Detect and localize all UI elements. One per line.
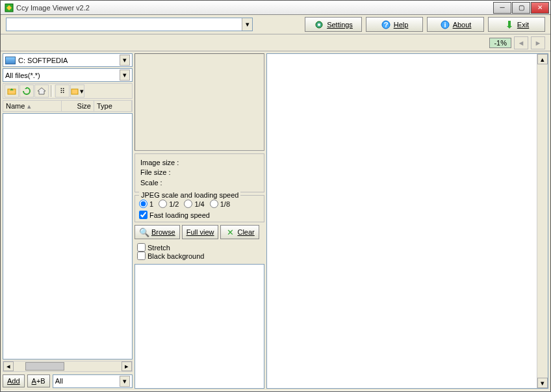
svg-rect-9 bbox=[71, 89, 78, 94]
thumbnail-area bbox=[135, 264, 264, 389]
chevron-down-icon: ▾ bbox=[242, 18, 252, 31]
view-mode-button[interactable]: ⠿ bbox=[55, 85, 70, 98]
search-icon: 🔍 bbox=[139, 227, 149, 237]
separator bbox=[51, 85, 53, 97]
scroll-right-icon[interactable]: ▸ bbox=[122, 361, 132, 371]
folder-options-button[interactable]: ▾ bbox=[70, 85, 84, 98]
folder-toolbar: ⠿ ▾ bbox=[3, 83, 133, 99]
scale-12-radio[interactable]: 1/2 bbox=[159, 200, 179, 208]
all-combo[interactable]: All ▾ bbox=[53, 374, 133, 388]
window-title: Ccy Image Viewer v2.2 bbox=[16, 4, 493, 12]
jpeg-legend: JPEG scale and loading speed bbox=[139, 191, 240, 199]
fast-loading-check[interactable]: Fast loading speed bbox=[139, 211, 260, 219]
help-button[interactable]: ? Help bbox=[366, 17, 423, 32]
filter-combo[interactable]: All files(*.*) ▾ bbox=[3, 68, 133, 82]
browse-button[interactable]: 🔍Browse bbox=[135, 225, 180, 239]
add-button[interactable]: Add bbox=[3, 374, 25, 387]
drive-icon bbox=[5, 57, 16, 64]
scroll-down-icon[interactable]: ▾ bbox=[537, 378, 548, 388]
chevron-down-icon: ▾ bbox=[120, 376, 130, 387]
vertical-scrollbar[interactable]: ▴ ▾ bbox=[537, 54, 548, 388]
column-type[interactable]: Type bbox=[94, 101, 132, 111]
next-button[interactable]: ► bbox=[531, 36, 545, 49]
close-button[interactable]: ✕ bbox=[531, 2, 549, 14]
path-combo[interactable]: ▾ bbox=[6, 18, 253, 31]
clear-icon: ✕ bbox=[225, 227, 235, 237]
titlebar: Ccy Image Viewer v2.2 ─ ▢ ✕ bbox=[1, 1, 550, 15]
blackbg-check[interactable]: Black background bbox=[137, 252, 262, 260]
up-folder-button[interactable] bbox=[5, 85, 19, 98]
image-size-label: Image size : bbox=[140, 158, 259, 168]
scroll-up-icon[interactable]: ▴ bbox=[537, 54, 548, 64]
home-button[interactable] bbox=[34, 85, 49, 98]
svg-point-2 bbox=[318, 23, 320, 26]
about-button[interactable]: i About bbox=[427, 17, 484, 32]
file-list-header: Name▴ Size Type bbox=[3, 100, 133, 112]
exit-button[interactable]: Exit bbox=[488, 17, 545, 32]
scroll-thumb[interactable] bbox=[25, 362, 64, 371]
chevron-down-icon: ▾ bbox=[120, 70, 130, 81]
drive-combo[interactable]: C: SOFTPEDIA ▾ bbox=[3, 53, 133, 67]
scale-label: Scale : bbox=[140, 178, 259, 188]
gear-icon bbox=[314, 20, 324, 30]
column-size[interactable]: Size bbox=[62, 101, 94, 111]
help-icon: ? bbox=[381, 20, 391, 30]
preview-panel: Image size : File size : Scale : JPEG sc… bbox=[135, 53, 264, 389]
refresh-button[interactable] bbox=[19, 85, 34, 98]
preview-area bbox=[135, 53, 264, 151]
scale-14-radio[interactable]: 1/4 bbox=[184, 200, 204, 208]
stretch-check[interactable]: Stretch bbox=[137, 243, 262, 252]
scroll-left-icon[interactable]: ◂ bbox=[3, 361, 14, 371]
svg-text:?: ? bbox=[383, 21, 388, 29]
minimize-button[interactable]: ─ bbox=[493, 2, 511, 14]
maximize-button[interactable]: ▢ bbox=[512, 2, 530, 14]
bottom-bar: Add A+B All ▾ bbox=[3, 373, 133, 389]
column-name[interactable]: Name▴ bbox=[3, 101, 62, 111]
file-size-label: File size : bbox=[140, 168, 259, 177]
chevron-down-icon: ▾ bbox=[120, 55, 130, 66]
ab-button[interactable]: A+B bbox=[27, 374, 50, 387]
scale-1-radio[interactable]: 1 bbox=[139, 200, 153, 208]
prev-button[interactable]: ◄ bbox=[514, 36, 528, 49]
svg-text:i: i bbox=[444, 21, 446, 29]
fullview-button[interactable]: Full view bbox=[182, 225, 219, 239]
jpeg-group: JPEG scale and loading speed 1 1/2 1/4 1… bbox=[135, 195, 264, 222]
file-list[interactable] bbox=[3, 113, 133, 359]
info-box: Image size : File size : Scale : bbox=[135, 153, 264, 192]
nav-toolbar: -1% ◄ ► bbox=[1, 34, 550, 51]
file-panel: C: SOFTPEDIA ▾ All files(*.*) ▾ ⠿ ▾ Name… bbox=[3, 53, 133, 389]
clear-button[interactable]: ✕Clear bbox=[220, 225, 259, 239]
app-icon bbox=[5, 3, 14, 12]
main-toolbar: ▾ Settings ? Help i About Exit bbox=[1, 15, 550, 34]
zoom-badge: -1% bbox=[489, 38, 511, 48]
info-icon: i bbox=[440, 20, 450, 30]
horizontal-scrollbar[interactable]: ◂ ▸ bbox=[3, 361, 133, 372]
settings-button[interactable]: Settings bbox=[305, 17, 362, 32]
exit-icon bbox=[504, 20, 515, 30]
scale-18-radio[interactable]: 1/8 bbox=[210, 200, 230, 208]
svg-rect-7 bbox=[508, 21, 511, 26]
image-view[interactable]: ▴ ▾ bbox=[266, 53, 548, 389]
